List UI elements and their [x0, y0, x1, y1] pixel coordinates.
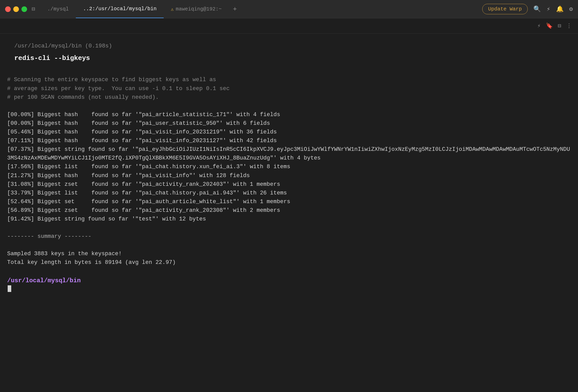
cursor: [8, 285, 11, 292]
scan-line-11: [91.42%] Biggest string found so far '"t…: [7, 215, 571, 224]
warning-icon: ⚠: [171, 6, 174, 12]
scan-line-1: [00.00%] Biggest hash found so far '"pai…: [7, 119, 571, 128]
toolbar: ⚡ 🔖 ⊟ ⋮: [0, 18, 578, 34]
comment-line-2: # average sizes per key type. You can us…: [7, 84, 571, 93]
summary-line-0: Sampled 3883 keys in the keyspace!: [7, 250, 571, 258]
tab-mysql[interactable]: ./mysql: [40, 0, 76, 18]
notification-icon[interactable]: 🔔: [556, 5, 564, 13]
terminal-content: /usr/local/mysql/bin (0.198s) redis-cli …: [0, 34, 578, 392]
filter-icon[interactable]: ⊟: [558, 22, 561, 29]
command-display: redis-cli --bigkeys: [7, 52, 571, 67]
titlebar: ⊟ ./mysql ..2:/usr/local/mysql/bin ⚠ maw…: [0, 0, 578, 18]
search-icon[interactable]: 🔍: [533, 5, 541, 13]
settings-icon[interactable]: ⚙: [569, 5, 573, 13]
scan-line-10: [56.89%] Biggest zset found so far '"pai…: [7, 206, 571, 215]
cursor-line: [7, 285, 571, 292]
scan-line-3: [07.11%] Biggest hash found so far '"pai…: [7, 137, 571, 145]
close-button[interactable]: [5, 6, 11, 12]
scan-line-6: [21.27%] Biggest hash found so far '"pai…: [7, 172, 571, 180]
tab-bar: ./mysql ..2:/usr/local/mysql/bin ⚠ mawei…: [40, 0, 482, 18]
comment-line-3: # per 100 SCAN commands (not usually nee…: [7, 93, 571, 102]
flash-toolbar-icon[interactable]: ⚡: [537, 22, 541, 29]
titlebar-right: Update Warp 🔍 ⚡ 🔔 ⚙: [482, 4, 573, 14]
scan-line-0: [00.00%] Biggest hash found so far '"pai…: [7, 111, 571, 119]
more-options-icon[interactable]: ⋮: [566, 22, 572, 29]
scan-line-4: [07.37%] Biggest string found so far '"p…: [7, 145, 571, 163]
tab-mysql-bin[interactable]: ..2:/usr/local/mysql/bin: [76, 0, 164, 18]
summary-line-1: Total key length in bytes is 89194 (avg …: [7, 258, 571, 267]
comment-line-1: # Scanning the entire keyspace to find b…: [7, 76, 571, 84]
traffic-lights: [5, 6, 27, 12]
scan-line-5: [17.56%] Biggest list found so far '"pai…: [7, 163, 571, 171]
scan-line-8: [33.79%] Biggest list found so far '"pai…: [7, 189, 571, 198]
prompt-line: /usr/local/mysql/bin: [7, 276, 571, 285]
flash-icon[interactable]: ⚡: [547, 5, 550, 13]
summary-header: -------- summary --------: [7, 232, 571, 241]
scan-line-2: [05.46%] Biggest hash found so far '"pai…: [7, 128, 571, 137]
split-icon: ⊟: [32, 6, 35, 13]
scan-line-9: [52.64%] Biggest set found so far '"pai_…: [7, 198, 571, 206]
add-tab-button[interactable]: +: [229, 5, 241, 13]
minimize-button[interactable]: [13, 6, 19, 12]
path-display: /usr/local/mysql/bin (0.198s): [7, 37, 571, 52]
tab-maweiqing[interactable]: ⚠ maweiqing@192:~: [164, 0, 229, 18]
maximize-button[interactable]: [21, 6, 27, 12]
update-warp-button[interactable]: Update Warp: [482, 4, 528, 14]
scan-line-7: [31.08%] Biggest zset found so far '"pai…: [7, 180, 571, 189]
bookmark-icon[interactable]: 🔖: [546, 22, 553, 29]
